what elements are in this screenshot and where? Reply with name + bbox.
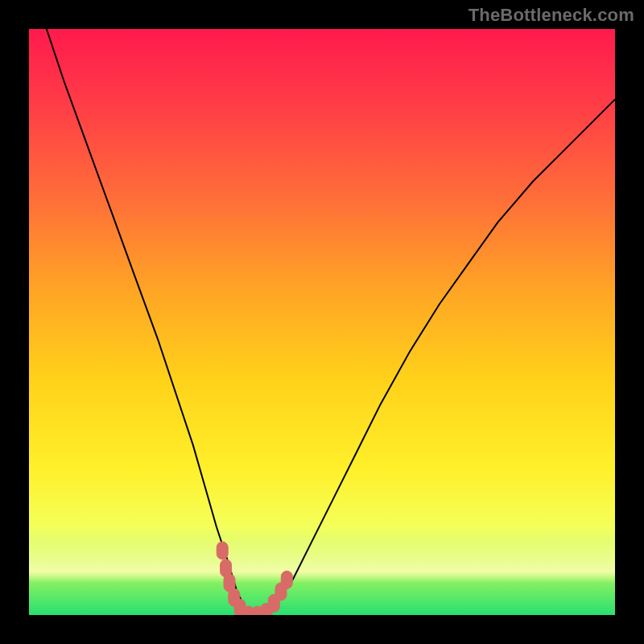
watermark-text: TheBottleneck.com — [469, 5, 634, 26]
plot-area — [29, 29, 615, 615]
chart-frame: TheBottleneck.com — [0, 0, 644, 644]
heatmap-gradient — [29, 29, 615, 615]
